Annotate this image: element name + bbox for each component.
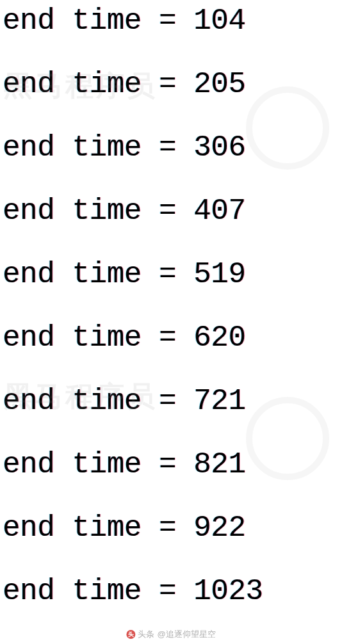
output-label: end time <box>3 321 142 355</box>
output-line: end time = 104 <box>3 6 339 36</box>
toutiao-icon: 头 <box>126 630 135 639</box>
output-label: end time <box>3 385 142 418</box>
attribution-handle: @追逐仰望星空 <box>157 629 215 640</box>
equals-sign: = <box>159 131 176 165</box>
output-label: end time <box>3 575 142 608</box>
equals-sign: = <box>159 195 176 228</box>
attribution-prefix: 头条 <box>138 629 154 640</box>
output-line: end time = 407 <box>3 197 339 226</box>
output-line: end time = 922 <box>3 513 339 543</box>
output-value: 519 <box>193 258 245 291</box>
output-line: end time = 306 <box>3 133 339 163</box>
output-label: end time <box>3 258 142 291</box>
output-label: end time <box>3 195 142 228</box>
equals-sign: = <box>159 575 176 608</box>
equals-sign: = <box>159 68 176 101</box>
equals-sign: = <box>159 448 176 481</box>
attribution-bar: 头 头条 @追逐仰望星空 <box>126 629 215 640</box>
output-label: end time <box>3 448 142 481</box>
output-label: end time <box>3 68 142 101</box>
equals-sign: = <box>159 321 176 355</box>
output-line: end time = 205 <box>3 70 339 99</box>
output-value: 205 <box>193 68 245 101</box>
output-line: end time = 821 <box>3 450 339 479</box>
equals-sign: = <box>159 258 176 291</box>
output-label: end time <box>3 511 142 545</box>
output-label: end time <box>3 131 142 165</box>
equals-sign: = <box>159 385 176 418</box>
output-line: end time = 620 <box>3 323 339 353</box>
output-value: 306 <box>193 131 245 165</box>
output-value: 407 <box>193 195 245 228</box>
equals-sign: = <box>159 4 176 38</box>
equals-sign: = <box>159 511 176 545</box>
output-line: end time = 1023 <box>3 577 339 606</box>
output-value: 104 <box>193 4 245 38</box>
output-value: 721 <box>193 385 245 418</box>
output-value: 620 <box>193 321 245 355</box>
output-value: 922 <box>193 511 245 545</box>
output-line: end time = 519 <box>3 260 339 289</box>
output-label: end time <box>3 4 142 38</box>
output-value: 821 <box>193 448 245 481</box>
output-line: end time = 721 <box>3 387 339 416</box>
output-value: 1023 <box>193 575 263 608</box>
